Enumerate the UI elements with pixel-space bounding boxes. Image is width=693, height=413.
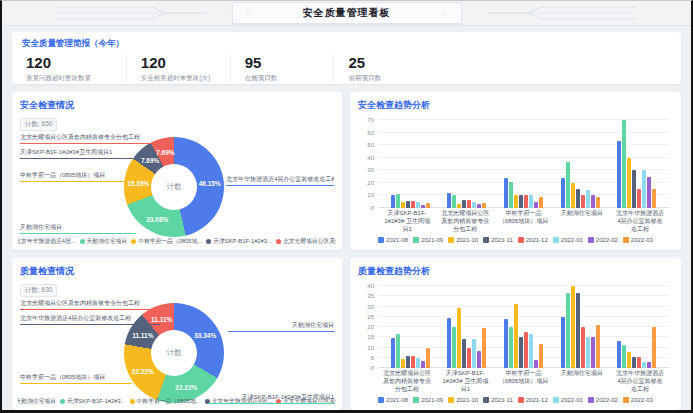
bar[interactable] bbox=[472, 339, 476, 368]
legend-item[interactable]: 2021-08 bbox=[378, 237, 408, 243]
bar[interactable] bbox=[467, 200, 471, 208]
bar[interactable] bbox=[426, 348, 430, 369]
bar[interactable] bbox=[462, 339, 466, 368]
legend-item[interactable]: 2022-01 bbox=[553, 237, 583, 243]
bar[interactable] bbox=[421, 361, 425, 368]
bar[interactable] bbox=[617, 141, 621, 208]
bar[interactable] bbox=[591, 195, 595, 208]
bar[interactable] bbox=[509, 182, 513, 208]
legend-item[interactable]: 北京年华旅游酒店4层... bbox=[18, 237, 76, 246]
legend-item[interactable]: 2021-12 bbox=[518, 237, 548, 243]
legend-item[interactable]: 2021-10 bbox=[448, 397, 478, 403]
bar[interactable] bbox=[627, 352, 631, 368]
bar[interactable] bbox=[411, 201, 415, 208]
bar[interactable] bbox=[447, 193, 451, 208]
bar[interactable] bbox=[406, 201, 410, 208]
bar[interactable] bbox=[509, 327, 513, 368]
bar[interactable] bbox=[391, 338, 395, 368]
legend-item[interactable]: 2021-11 bbox=[483, 397, 513, 403]
bar[interactable] bbox=[396, 194, 400, 208]
bar[interactable] bbox=[529, 195, 533, 208]
legend-item[interactable]: 2022-03 bbox=[623, 397, 653, 403]
legend-item[interactable]: 天鹅湖住宅项目 bbox=[18, 397, 56, 406]
bar[interactable] bbox=[647, 362, 651, 368]
bar[interactable] bbox=[642, 362, 646, 368]
bar[interactable] bbox=[416, 202, 420, 208]
bar[interactable] bbox=[467, 348, 471, 369]
bar[interactable] bbox=[571, 183, 575, 208]
bar[interactable] bbox=[647, 177, 651, 208]
bar[interactable] bbox=[627, 158, 631, 208]
bar[interactable] bbox=[566, 162, 570, 208]
legend-item[interactable]: 2021-10 bbox=[448, 237, 478, 243]
bar[interactable] bbox=[539, 197, 543, 208]
legend-item[interactable]: 2022-02 bbox=[588, 237, 618, 243]
bar[interactable] bbox=[477, 351, 481, 368]
bar[interactable] bbox=[539, 344, 543, 368]
bar[interactable] bbox=[637, 357, 641, 368]
bar[interactable] bbox=[652, 327, 656, 368]
bar[interactable] bbox=[519, 337, 523, 368]
bar[interactable] bbox=[426, 203, 430, 208]
bar[interactable] bbox=[421, 205, 425, 208]
bar[interactable] bbox=[622, 345, 626, 368]
bar[interactable] bbox=[391, 195, 395, 208]
bar[interactable] bbox=[591, 337, 595, 368]
legend-item[interactable]: 2021-09 bbox=[413, 237, 443, 243]
bar[interactable] bbox=[561, 178, 565, 208]
bar[interactable] bbox=[524, 332, 528, 368]
bar[interactable] bbox=[534, 360, 538, 368]
bar[interactable] bbox=[416, 358, 420, 368]
legend-item[interactable]: 2021-12 bbox=[518, 397, 548, 403]
bar[interactable] bbox=[401, 202, 405, 208]
bar[interactable] bbox=[477, 204, 481, 208]
bar[interactable] bbox=[586, 190, 590, 208]
bar[interactable] bbox=[596, 197, 600, 208]
bar[interactable] bbox=[524, 195, 528, 208]
bar[interactable] bbox=[457, 308, 461, 368]
legend-item[interactable]: 2021-08 bbox=[378, 397, 408, 403]
bar[interactable] bbox=[406, 356, 410, 368]
bar[interactable] bbox=[519, 195, 523, 208]
legend-item[interactable]: 2022-01 bbox=[553, 397, 583, 403]
bar[interactable] bbox=[632, 170, 636, 208]
bar[interactable] bbox=[482, 203, 486, 208]
legend-item[interactable]: 2021-11 bbox=[483, 237, 513, 243]
bar[interactable] bbox=[514, 195, 518, 208]
legend-item[interactable]: 北京光耀项目公区及套... bbox=[276, 237, 336, 246]
safety-trend-chart[interactable]: 010203040506070天津SKP-B1F-1#2#3# 卫生间项目1北京… bbox=[358, 120, 673, 233]
bar[interactable] bbox=[472, 202, 476, 208]
legend-item[interactable]: 天津SKP-B1F-1#2#3... bbox=[60, 397, 126, 406]
bar[interactable] bbox=[457, 204, 461, 208]
bar[interactable] bbox=[529, 334, 533, 368]
bar[interactable] bbox=[632, 357, 636, 368]
legend-item[interactable]: 2022-03 bbox=[623, 237, 653, 243]
bar[interactable] bbox=[581, 327, 585, 368]
legend-item[interactable]: 中粮学府一品（0805地... bbox=[131, 237, 202, 246]
bar[interactable] bbox=[586, 337, 590, 368]
bar[interactable] bbox=[652, 189, 656, 208]
bar[interactable] bbox=[637, 189, 641, 208]
bar[interactable] bbox=[617, 341, 621, 368]
bar[interactable] bbox=[482, 328, 486, 368]
legend-item[interactable]: 2021-09 bbox=[413, 397, 443, 403]
bar[interactable] bbox=[534, 202, 538, 208]
bar[interactable] bbox=[401, 359, 405, 368]
legend-item[interactable]: 天鹅湖住宅项目 bbox=[80, 237, 128, 246]
legend-item[interactable]: 2022-02 bbox=[588, 397, 618, 403]
bar[interactable] bbox=[452, 195, 456, 208]
bar[interactable] bbox=[504, 319, 508, 368]
bar[interactable] bbox=[504, 178, 508, 208]
bar[interactable] bbox=[452, 327, 456, 368]
bar[interactable] bbox=[642, 170, 646, 208]
bar[interactable] bbox=[571, 286, 575, 368]
bar[interactable] bbox=[447, 318, 451, 368]
bar[interactable] bbox=[396, 334, 400, 368]
bar[interactable] bbox=[576, 189, 580, 208]
bar[interactable] bbox=[462, 200, 466, 208]
bar[interactable] bbox=[561, 317, 565, 368]
bar[interactable] bbox=[411, 356, 415, 368]
bar[interactable] bbox=[596, 325, 600, 368]
legend-item[interactable]: 中粮学府一品（0805地... bbox=[130, 397, 201, 406]
bar[interactable] bbox=[566, 293, 570, 368]
